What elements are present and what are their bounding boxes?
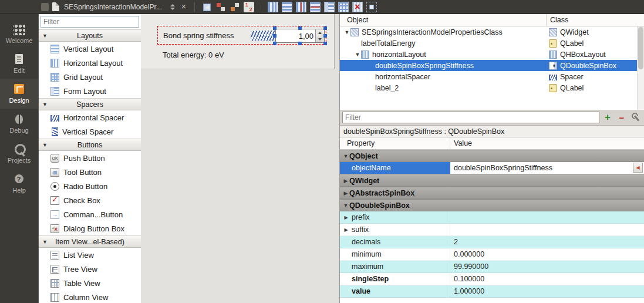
remove-dynamic-property-icon[interactable]: [616, 112, 628, 123]
file-icon[interactable]: [41, 3, 49, 11]
property-row-singlestep[interactable]: singleStep 0.100000: [340, 273, 644, 285]
horizontal-layout-indicator[interactable]: Bond spring stiffness 1,00: [157, 26, 326, 45]
selection-handle[interactable]: [323, 26, 327, 30]
reset-property-icon[interactable]: [633, 163, 643, 173]
adjust-size-icon[interactable]: [366, 2, 377, 12]
widget-item-tool-button[interactable]: Tool Button: [39, 165, 141, 179]
sidebar-item-projects[interactable]: Projects: [0, 139, 38, 169]
spinbox[interactable]: 1,00: [275, 29, 325, 43]
scrollbar[interactable]: [637, 26, 644, 110]
property-group-qobject[interactable]: ▼ QObject: [340, 150, 644, 162]
property-value-cell[interactable]: 0.100000: [450, 273, 644, 285]
property-value-cell[interactable]: doubleSpinBoxSpringStiffness: [450, 162, 644, 174]
widget-item-grid-layout[interactable]: Grid Layout: [39, 70, 141, 84]
add-dynamic-property-icon[interactable]: [602, 112, 613, 123]
object-row-label-total-energy[interactable]: labelTotalEnergy QLabel: [340, 38, 644, 49]
spin-up-icon[interactable]: [316, 29, 324, 36]
widget-box-filter-input[interactable]: [41, 16, 139, 28]
object-row-double-spinbox[interactable]: doubleSpinBoxSpringStiffness QDoubleSpin…: [340, 60, 644, 71]
edit-signals-slots-icon[interactable]: [215, 2, 226, 12]
widget-item-vertical-layout[interactable]: Vertical Layout: [39, 42, 141, 56]
selection-handle[interactable]: [323, 34, 327, 38]
sidebar-item-design[interactable]: Design: [0, 79, 38, 109]
property-row-minimum[interactable]: minimum 0.000000: [340, 248, 644, 261]
property-value-cell[interactable]: 1.000000: [450, 285, 644, 297]
property-row-objectname[interactable]: objectName doubleSpinBoxSpringStiffness: [340, 162, 644, 174]
object-row-horizontal-spacer[interactable]: horizontalSpacer Spacer: [340, 71, 644, 82]
property-group-qwidget[interactable]: ▶ QWidget: [340, 174, 644, 187]
column-header-class[interactable]: Class: [547, 14, 644, 26]
stiffness-label-widget[interactable]: Bond spring stiffness: [163, 26, 234, 44]
property-row-suffix[interactable]: ▶suffix: [340, 224, 644, 236]
layout-vertically-icon[interactable]: [282, 2, 292, 12]
sidebar-item-welcome[interactable]: Welcome: [0, 19, 38, 49]
widget-item-vertical-spacer[interactable]: Vertical Spacer: [39, 124, 141, 139]
object-row-label-2[interactable]: label_2 QLabel: [340, 82, 644, 93]
property-row-value[interactable]: value 1.000000: [340, 285, 644, 298]
updown-arrows-icon[interactable]: [169, 4, 176, 10]
layout-horizontal-splitter-icon[interactable]: [296, 2, 306, 12]
column-header-property[interactable]: Property: [340, 137, 450, 149]
widget-item-check-box[interactable]: Check Box: [39, 193, 141, 207]
form-canvas[interactable]: Bond spring stiffness 1,00: [141, 14, 335, 69]
expander-closed-icon[interactable]: ▶: [340, 227, 349, 233]
configure-icon[interactable]: [630, 112, 642, 123]
horizontal-spacer-widget[interactable]: [251, 31, 275, 41]
close-icon[interactable]: [180, 2, 188, 11]
widget-item-horizontal-spacer[interactable]: Horizontal Spacer: [39, 110, 141, 124]
widget-item-column-view[interactable]: Column View: [39, 290, 141, 303]
layout-form-icon[interactable]: [324, 2, 335, 12]
spin-down-icon[interactable]: [316, 36, 324, 42]
widget-item-dialog-button-box[interactable]: Dialog Button Box: [39, 221, 141, 235]
sidebar-item-debug[interactable]: Debug: [0, 109, 38, 139]
property-row-prefix[interactable]: ▶prefix: [340, 211, 644, 224]
property-value-cell[interactable]: 0.000000: [450, 248, 644, 260]
edit-buddies-icon[interactable]: [230, 2, 240, 12]
column-header-object[interactable]: Object: [340, 14, 547, 26]
object-row-root[interactable]: ▼SESpringsInteractionModelPropertiesClas…: [340, 26, 644, 38]
object-row-horizontal-layout[interactable]: ▼horizontalLayout QHBoxLayout: [340, 49, 644, 60]
widget-item-command-link-button[interactable]: Comman...Button: [39, 207, 141, 221]
layout-vertical-splitter-icon[interactable]: [310, 2, 321, 12]
selection-handle[interactable]: [298, 26, 302, 30]
property-value-cell[interactable]: 99.990000: [450, 261, 644, 272]
selection-handle[interactable]: [273, 26, 277, 30]
total-energy-label-widget[interactable]: Total energy: 0 eV: [163, 51, 224, 59]
spinbox-value[interactable]: 1,00: [276, 29, 315, 42]
property-value-cell[interactable]: 2: [450, 236, 644, 248]
selection-handle[interactable]: [273, 34, 277, 38]
selection-handle[interactable]: [323, 42, 327, 45]
edit-widgets-icon[interactable]: [201, 2, 212, 12]
property-row-decimals[interactable]: decimals 2: [340, 236, 644, 248]
scrollbar-thumb[interactable]: [638, 27, 643, 69]
property-value-cell[interactable]: [450, 224, 644, 235]
widget-item-horizontal-layout[interactable]: Horizontal Layout: [39, 56, 141, 70]
category-item-views[interactable]: ▼ Item View...el-Based): [39, 235, 141, 248]
column-header-value[interactable]: Value: [450, 137, 644, 149]
property-value-cell[interactable]: [450, 211, 644, 223]
category-layouts[interactable]: ▼ Layouts: [39, 29, 141, 42]
property-row-maximum[interactable]: maximum 99.990000: [340, 261, 644, 273]
property-filter-input[interactable]: [342, 112, 599, 123]
category-buttons[interactable]: ▼ Buttons: [39, 139, 141, 151]
widget-item-form-layout[interactable]: Form Layout: [39, 84, 141, 98]
expander-closed-icon[interactable]: ▶: [340, 215, 349, 220]
widget-item-list-view[interactable]: List View: [39, 248, 141, 262]
document-title[interactable]: SESpringsInteractionModelPr...: [64, 3, 162, 11]
double-spinbox-widget[interactable]: 1,00: [275, 29, 325, 43]
widget-item-table-view[interactable]: Table View: [39, 276, 141, 290]
property-group-qabstractspinbox[interactable]: ▶ QAbstractSpinBox: [340, 187, 644, 199]
break-layout-icon[interactable]: [352, 2, 363, 12]
property-group-qdoublespinbox[interactable]: ▼ QDoubleSpinBox: [340, 199, 644, 211]
expander-open-icon[interactable]: ▼: [343, 29, 350, 35]
widget-item-push-button[interactable]: Push Button: [39, 151, 141, 165]
document-icon[interactable]: [52, 2, 59, 11]
sidebar-item-help[interactable]: Help: [0, 169, 38, 198]
expander-open-icon[interactable]: ▼: [354, 52, 361, 58]
widget-item-radio-button[interactable]: Radio Button: [39, 179, 141, 193]
selection-handle[interactable]: [298, 42, 302, 45]
sidebar-item-edit[interactable]: Edit: [0, 49, 38, 79]
edit-tab-order-icon[interactable]: [244, 2, 254, 12]
layout-horizontally-icon[interactable]: [268, 2, 278, 12]
layout-grid-icon[interactable]: [338, 2, 349, 12]
